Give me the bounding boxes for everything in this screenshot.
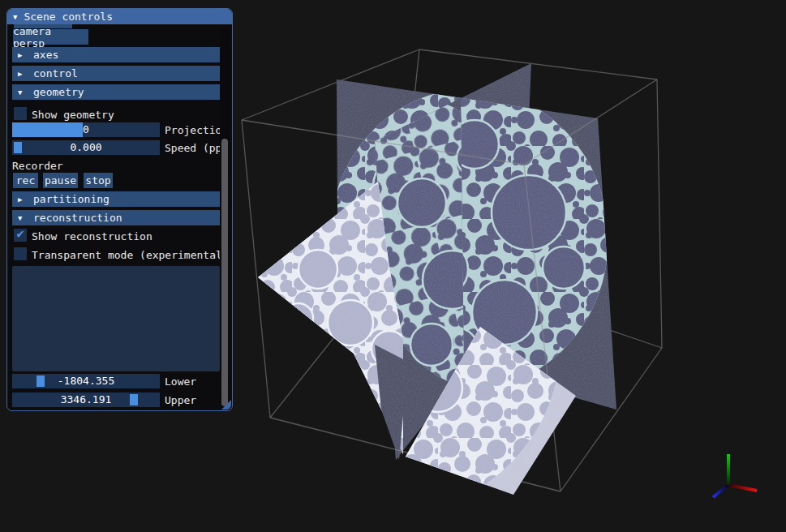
show-reconstruction-label: Show reconstruction [32, 230, 152, 242]
speed-value: 0.000 [12, 141, 160, 153]
upper-value: 3346.191 [12, 393, 160, 405]
projection-value: 0 [12, 123, 160, 135]
show-reconstruction-checkbox[interactable]: ✔ [14, 229, 27, 242]
histogram-child-region[interactable] [12, 266, 220, 371]
upper-slider[interactable]: 3346.191 [12, 393, 160, 407]
chevron-down-icon: ▼ [18, 214, 26, 222]
camera-persp-button[interactable]: camera persp [13, 29, 88, 45]
checkmark-icon: ✔ [14, 226, 27, 239]
projection-slider[interactable]: 0 [12, 122, 160, 137]
section-label-axes: axes [33, 49, 58, 61]
section-label-geometry: geometry [33, 86, 84, 98]
section-label-partitioning: partitioning [33, 193, 110, 205]
section-label-reconstruction: reconstruction [33, 212, 122, 224]
rec-button[interactable]: rec [13, 173, 38, 188]
speed-slider[interactable]: 0.000 [12, 140, 160, 155]
chevron-right-icon: ▶ [18, 70, 26, 78]
chevron-right-icon: ▶ [18, 51, 26, 59]
chevron-right-icon: ▶ [18, 195, 26, 204]
window-title: Scene controls [24, 11, 113, 23]
transparent-mode-checkbox[interactable] [14, 247, 27, 260]
pause-button[interactable]: pause [43, 173, 78, 188]
transparent-mode-label: Transparent mode (experimental) [32, 249, 229, 261]
show-geometry-checkbox[interactable] [14, 107, 27, 120]
panel-scrollbar[interactable] [220, 28, 230, 409]
chevron-down-icon: ▼ [18, 88, 26, 97]
stop-button[interactable]: stop [84, 173, 113, 188]
section-header-reconstruction[interactable]: ▼ reconstruction [12, 210, 220, 225]
window-resize-grip[interactable] [221, 400, 231, 410]
section-header-control[interactable]: ▶ control [12, 66, 220, 81]
section-header-partitioning[interactable]: ▶ partitioning [12, 191, 220, 207]
recorder-label: Recorder [12, 160, 63, 172]
speed-label: Speed (pps) [165, 142, 220, 154]
section-label-control: control [33, 67, 78, 79]
section-header-geometry[interactable]: ▼ geometry [12, 84, 220, 100]
window-titlebar[interactable]: ▼ Scene controls [7, 9, 232, 24]
projection-label: Projection [165, 124, 220, 136]
scrollbar-thumb[interactable] [221, 139, 228, 406]
lower-value: -1804.355 [12, 375, 160, 387]
lower-slider[interactable]: -1804.355 [12, 374, 160, 388]
scene-controls-window: ▼ Scene controls camera persp ▶ axes ▶ c… [6, 8, 233, 411]
show-geometry-label: Show geometry [32, 109, 114, 121]
app-window: ▼ Scene controls camera persp ▶ axes ▶ c… [0, 0, 786, 532]
upper-label: Upper [165, 394, 220, 406]
lower-label: Lower [165, 375, 220, 388]
section-header-axes[interactable]: ▶ axes [12, 47, 220, 62]
window-collapse-icon[interactable]: ▼ [13, 13, 17, 21]
